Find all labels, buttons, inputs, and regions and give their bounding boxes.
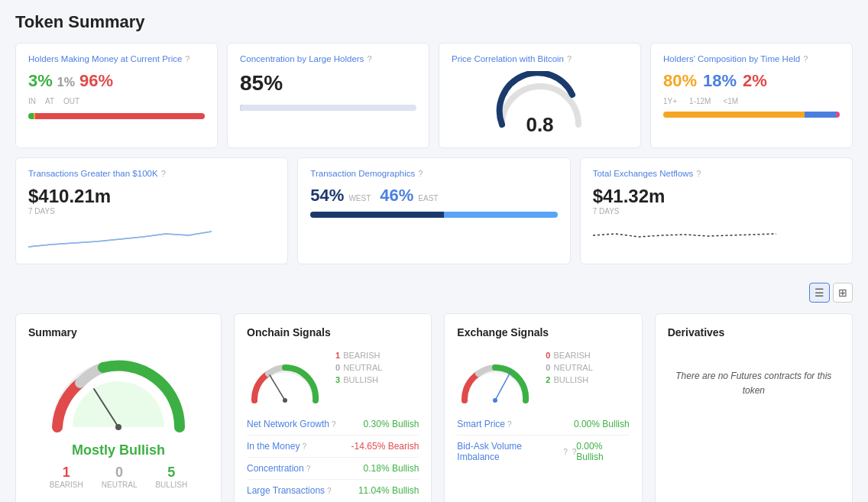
bearish-count-label: BEARISH [50, 481, 83, 489]
holders-composition-help-icon[interactable]: ? [803, 54, 808, 63]
onchain-bearish-label: BEARISH [343, 351, 380, 360]
transactions-value: $410.21m [28, 186, 275, 207]
out-value: 96% [79, 71, 113, 91]
onchain-row-value: 0.18% Bullish [364, 463, 419, 474]
netflows-link[interactable]: Total Exchanges Netflows [593, 169, 694, 178]
comp-label3: <1M [723, 97, 738, 105]
onchain-row-3: Large Transactions ?11.04% Bullish [247, 480, 419, 501]
exchange-bullish-item: 2 BULLISH [546, 375, 592, 384]
holders-money-link[interactable]: Holders Making Money at Current Price [28, 54, 182, 63]
composition-labels: 1Y+ 1-12M <1M [663, 97, 840, 105]
onchain-row-value: 0.30% Bullish [364, 419, 419, 429]
exchange-bearish-item: 0 BEARISH [546, 351, 592, 360]
onchain-row-2: Concentration ?0.18% Bullish [247, 458, 419, 480]
exchange-bearish-num: 0 [546, 351, 550, 360]
comp-bar1 [663, 112, 805, 118]
transactions-chart [28, 220, 212, 251]
in-value: 3% [28, 71, 53, 91]
exchange-neutral-item: 0 NEUTRAL [546, 363, 592, 372]
exchange-row-name[interactable]: Smart Price ? [457, 419, 511, 429]
comp-bar3 [836, 112, 840, 118]
summary-gauge-svg [42, 351, 195, 435]
demographics-values: 54% WEST 46% EAST [310, 186, 557, 206]
netflows-period: 7 DAYS [593, 207, 840, 215]
exchange-card-title: Exchange Signals [457, 326, 629, 338]
holders-money-help-icon[interactable]: ? [185, 54, 189, 63]
comp-val2: 18% [703, 71, 737, 91]
onchain-row-name[interactable]: Large Transactions ? [247, 485, 332, 496]
bottom-cards-row: Transactions Greater than $100K ? $410.2… [15, 157, 853, 264]
bullish-count-label: BULLISH [155, 481, 187, 489]
onchain-inner: 1 BEARISH 0 NEUTRAL 3 BULLISH [247, 351, 419, 404]
onchain-neutral-label: NEUTRAL [343, 363, 382, 372]
netflows-card: Total Exchanges Netflows ? $41.32m 7 DAY… [580, 157, 853, 264]
netflows-title: Total Exchanges Netflows ? [593, 169, 840, 178]
concentration-card: Concentration by Large Holders ? 85% [227, 43, 429, 148]
demographics-help-icon[interactable]: ? [418, 169, 423, 178]
exchange-gauge-svg [457, 351, 533, 404]
onchain-neutral-num: 0 [335, 363, 340, 372]
derivatives-card: Derivatives There are no Futures contrac… [655, 313, 853, 502]
onchain-row-name[interactable]: Concentration ? [247, 463, 310, 474]
east-bar [444, 212, 558, 218]
holders-labels: IN AT OUT [28, 97, 205, 105]
demographics-card: Transaction Demographics ? 54% WEST 46% … [297, 157, 570, 264]
exchange-row-name[interactable]: Bid-Ask Volume Imbalance ?? [457, 441, 576, 462]
exchange-bullish-label: BULLISH [553, 375, 588, 384]
concentration-link[interactable]: Concentration by Large Holders [240, 54, 364, 63]
exchange-row-value: 0.00% Bullish [576, 441, 629, 462]
mostly-bullish-label: Mostly Bullish [28, 442, 209, 458]
holders-composition-link[interactable]: Holders' Composition by Time Held [663, 54, 800, 63]
signals-grid: Summary Mo [15, 313, 853, 502]
holders-bar [28, 113, 205, 119]
signals-view-toggle: ☰ ⊞ [809, 283, 853, 303]
exchange-bearish-label: BEARISH [553, 351, 590, 360]
onchain-row-name[interactable]: Net Network Growth ? [247, 419, 336, 429]
svg-point-5 [493, 398, 497, 403]
transactions-link[interactable]: Transactions Greater than $100K [28, 169, 158, 178]
east-value: 46% [380, 186, 413, 206]
onchain-card-title: Onchain Signals [247, 326, 419, 338]
page-title: Token Summary [15, 12, 853, 32]
onchain-bullish-item: 3 BULLISH [335, 375, 382, 384]
list-view-button[interactable]: ☰ [809, 283, 830, 303]
onchain-bullish-num: 3 [335, 375, 340, 384]
grid-view-button[interactable]: ⊞ [833, 283, 853, 303]
onchain-row-1: In the Money ?-14.65% Bearish [247, 436, 419, 458]
comp-label1: 1Y+ [663, 97, 677, 105]
onchain-row-name[interactable]: In the Money ? [247, 441, 306, 452]
transactions-help-icon[interactable]: ? [161, 169, 166, 178]
transactions-title: Transactions Greater than $100K ? [28, 169, 275, 178]
bullish-count-item: 5 BULLISH [155, 465, 187, 489]
netflows-help-icon[interactable]: ? [696, 169, 701, 178]
concentration-help-icon[interactable]: ? [367, 54, 371, 63]
in-bar [28, 113, 34, 119]
svg-point-3 [283, 398, 287, 403]
west-label: WEST [348, 194, 371, 202]
onchain-bullish-label: BULLISH [343, 375, 378, 384]
exchange-neutral-label: NEUTRAL [553, 363, 592, 372]
no-futures-text: There are no Futures contracts for this … [668, 369, 840, 398]
neutral-count: 0 [115, 465, 123, 481]
onchain-row-value: -14.65% Bearish [351, 441, 419, 452]
west-value: 54% [310, 186, 344, 206]
demographics-link[interactable]: Transaction Demographics [310, 169, 415, 178]
onchain-bearish-num: 1 [335, 351, 340, 360]
svg-point-1 [115, 424, 121, 430]
exchange-card: Exchange Signals 0 BEARISH [444, 313, 642, 502]
netflows-value: $41.32m [593, 186, 840, 207]
demographics-title: Transaction Demographics ? [310, 169, 557, 178]
out-bar [35, 113, 205, 119]
summary-card: Summary Mo [15, 313, 222, 502]
bearish-count-item: 1 BEARISH [50, 465, 83, 489]
onchain-gauge-svg [247, 351, 323, 404]
holders-composition-card: Holders' Composition by Time Held ? 80% … [650, 43, 853, 148]
price-correlation-link[interactable]: Price Correlation with Bitcoin [452, 54, 564, 63]
price-correlation-help-icon[interactable]: ? [567, 54, 572, 63]
exchange-neutral-num: 0 [546, 363, 550, 372]
exchange-signal-rows: Smart Price ?0.00% BullishBid-Ask Volume… [457, 413, 629, 468]
comp-label2: 1-12M [689, 97, 711, 105]
at-value: 1% [57, 76, 75, 89]
summary-counts: 1 BEARISH 0 NEUTRAL 5 BULLISH [28, 465, 209, 489]
holders-values: 3% 1% 96% [28, 71, 205, 91]
